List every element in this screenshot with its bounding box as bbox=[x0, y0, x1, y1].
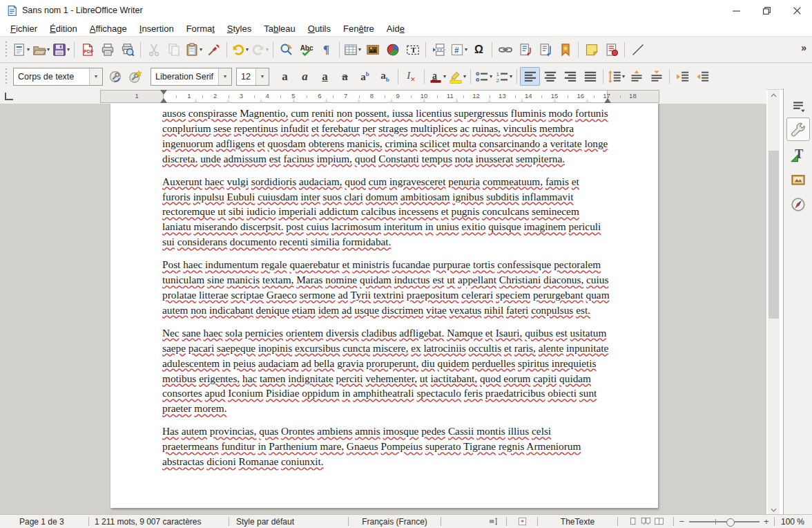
spelling-button[interactable]: Abc bbox=[296, 40, 316, 59]
insert-table-button[interactable]: ▾ bbox=[342, 40, 362, 59]
align-left-button[interactable] bbox=[520, 67, 540, 86]
status-paragraph-style[interactable]: Style par défaut bbox=[229, 515, 348, 528]
status-word-count[interactable]: 1 211 mots, 9 007 caractères bbox=[89, 515, 229, 528]
bookmark-button[interactable] bbox=[555, 40, 575, 59]
status-language[interactable]: Français (France) bbox=[349, 515, 441, 528]
print-preview-button[interactable] bbox=[117, 40, 137, 59]
zoom-out-button[interactable]: − bbox=[679, 517, 685, 527]
chevron-down-icon[interactable]: ▾ bbox=[27, 46, 30, 53]
print-button[interactable] bbox=[97, 40, 117, 59]
paragraph[interactable]: Auxerunt haec vulgi sordidioris audaciam… bbox=[162, 174, 610, 250]
zoom-level[interactable]: 100 % bbox=[775, 515, 811, 528]
justify-button[interactable] bbox=[580, 67, 600, 86]
menu-fenetre[interactable]: Fenêtre bbox=[337, 22, 380, 35]
paste-button[interactable]: ▾ bbox=[184, 40, 204, 59]
close-button[interactable] bbox=[782, 0, 812, 21]
horizontal-ruler[interactable]: 1123456789101112131415161718⊥⊥⊥⊥⊥⊥⊥⊥⊥⊥⊥⊥… bbox=[100, 90, 659, 103]
sidebar-tab-styles[interactable]: T bbox=[787, 144, 809, 166]
update-style-button[interactable] bbox=[105, 67, 125, 86]
minimize-button[interactable] bbox=[721, 0, 751, 21]
increase-indent-button[interactable] bbox=[673, 67, 693, 86]
scrollbar-thumb[interactable] bbox=[768, 151, 779, 319]
chevron-down-icon[interactable]: ▾ bbox=[200, 46, 202, 53]
copy-button[interactable] bbox=[164, 40, 184, 59]
clear-formatting-button[interactable]: I✕ bbox=[401, 67, 421, 86]
paragraph-style-combo[interactable]: Corps de texte▾ bbox=[13, 68, 103, 86]
chevron-down-icon[interactable]: ▾ bbox=[443, 73, 446, 79]
sidebar-menu-button[interactable] bbox=[787, 98, 809, 115]
view-single-page-button[interactable] bbox=[628, 516, 638, 527]
formatting-marks-button[interactable]: ¶ bbox=[316, 40, 336, 59]
menu-aide[interactable]: Aide bbox=[380, 22, 411, 35]
page-break-button[interactable] bbox=[429, 40, 449, 59]
subscript-button[interactable]: ab bbox=[375, 67, 395, 86]
chevron-down-icon[interactable]: ▾ bbox=[465, 46, 467, 53]
scroll-up-arrow-icon[interactable] bbox=[768, 90, 780, 100]
document-page[interactable]: ausos conspirasse Magnentio, cum reniti … bbox=[110, 104, 658, 508]
clone-formatting-button[interactable] bbox=[204, 40, 224, 59]
menu-edition[interactable]: Édition bbox=[44, 22, 84, 35]
sidebar-tab-gallery[interactable] bbox=[787, 169, 809, 191]
insert-image-button[interactable] bbox=[362, 40, 383, 59]
toolbar-overflow-button[interactable]: » bbox=[801, 42, 806, 53]
strikethrough-button[interactable]: a bbox=[335, 67, 355, 86]
italic-button[interactable]: a bbox=[295, 67, 315, 86]
track-changes-button[interactable] bbox=[601, 40, 621, 59]
bold-button[interactable]: a bbox=[275, 67, 295, 86]
align-center-button[interactable] bbox=[540, 67, 560, 86]
font-color-button[interactable]: a▾ bbox=[427, 67, 447, 86]
chevron-down-icon[interactable]: ▾ bbox=[266, 46, 269, 53]
zoom-slider[interactable]: − + bbox=[679, 517, 769, 527]
chevron-down-icon[interactable]: ▾ bbox=[218, 68, 231, 85]
increase-paragraph-spacing-button[interactable] bbox=[626, 67, 646, 86]
selection-mode-button[interactable] bbox=[481, 515, 506, 528]
paragraph[interactable]: Has autem provincias, quas Orontes ambie… bbox=[162, 424, 610, 469]
open-button[interactable]: ▾ bbox=[31, 40, 51, 59]
sidebar-tab-navigator[interactable] bbox=[787, 194, 809, 216]
decrease-indent-button[interactable] bbox=[693, 67, 713, 86]
decrease-paragraph-spacing-button[interactable] bbox=[646, 67, 666, 86]
vertical-scrollbar[interactable] bbox=[768, 90, 780, 515]
view-multi-page-button[interactable] bbox=[641, 516, 651, 527]
paragraph[interactable]: ausos conspirasse Magnentio, cum reniti … bbox=[162, 106, 610, 167]
zoom-slider-handle[interactable] bbox=[726, 518, 735, 527]
chevron-down-icon[interactable]: ▾ bbox=[255, 68, 269, 85]
save-button[interactable]: ▾ bbox=[51, 40, 71, 59]
view-book-button[interactable] bbox=[654, 516, 664, 527]
left-indent-marker[interactable] bbox=[160, 98, 167, 103]
insert-footnote-button[interactable] bbox=[515, 40, 535, 59]
zoom-in-button[interactable]: + bbox=[764, 517, 769, 527]
underline-button[interactable]: a bbox=[315, 67, 335, 86]
insert-field-button[interactable]: #▾ bbox=[449, 40, 469, 59]
insert-comment-button[interactable] bbox=[581, 40, 601, 59]
menu-tableau[interactable]: Tableau bbox=[258, 22, 302, 35]
chevron-down-icon[interactable]: ▾ bbox=[47, 46, 50, 53]
new-style-button[interactable] bbox=[125, 67, 145, 86]
menu-styles[interactable]: Styles bbox=[221, 22, 258, 35]
chevron-down-icon[interactable]: ▾ bbox=[358, 46, 361, 53]
chevron-down-icon[interactable]: ▾ bbox=[246, 46, 249, 53]
numbered-list-button[interactable]: 12▾ bbox=[494, 67, 514, 86]
font-size-combo[interactable]: 12▾ bbox=[236, 68, 269, 86]
menu-outils[interactable]: Outils bbox=[302, 22, 337, 35]
align-right-button[interactable] bbox=[560, 67, 580, 86]
insert-chart-button[interactable] bbox=[383, 40, 403, 59]
status-page-number[interactable]: Page 1 de 3 bbox=[0, 515, 88, 528]
toolbar-grip[interactable] bbox=[4, 41, 9, 58]
modified-indicator[interactable]: * bbox=[507, 515, 537, 528]
undo-button[interactable]: ▾ bbox=[230, 40, 250, 59]
export-pdf-button[interactable]: PDF bbox=[77, 40, 97, 59]
menu-format[interactable]: Format bbox=[180, 22, 221, 35]
first-line-indent-marker[interactable] bbox=[160, 90, 167, 95]
chevron-down-icon[interactable]: ▾ bbox=[622, 73, 625, 79]
font-name-combo[interactable]: Liberation Serif▾ bbox=[151, 68, 232, 86]
highlight-color-button[interactable]: ▾ bbox=[447, 67, 467, 86]
restore-button[interactable] bbox=[751, 0, 782, 21]
chevron-down-icon[interactable]: ▾ bbox=[490, 73, 492, 79]
chevron-down-icon[interactable]: ▾ bbox=[89, 68, 102, 85]
special-character-button[interactable]: Ω bbox=[469, 40, 489, 59]
toolbar-grip[interactable] bbox=[4, 68, 9, 85]
scroll-down-arrow-icon[interactable] bbox=[768, 505, 780, 515]
cut-button[interactable] bbox=[144, 40, 164, 59]
line-spacing-button[interactable]: ▾ bbox=[606, 67, 626, 86]
